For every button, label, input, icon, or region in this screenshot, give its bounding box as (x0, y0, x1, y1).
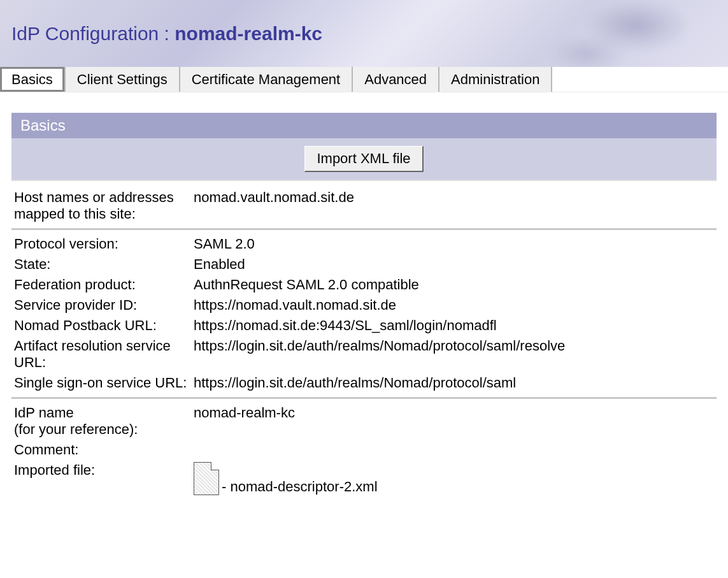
row-federation-product: Federation product: AuthnRequest SAML 2.… (11, 275, 717, 295)
label-state: State: (14, 256, 194, 273)
label-imported-file: Imported file: (14, 462, 194, 495)
page-banner: IdP Configuration : nomad-realm-kc (0, 0, 728, 67)
value-protocol-version: SAML 2.0 (194, 236, 714, 252)
tab-bar: Basics Client Settings Certificate Manag… (0, 67, 728, 92)
value-sso-url: https://login.sit.de/auth/realms/Nomad/p… (194, 375, 714, 391)
value-imported-file: - nomad-descriptor-2.xml (194, 462, 714, 495)
value-postback-url: https://nomad.sit.de:9443/SL_saml/login/… (194, 317, 714, 334)
value-federation-product: AuthnRequest SAML 2.0 compatible (194, 277, 714, 293)
row-sso-url: Single sign-on service URL: https://logi… (11, 373, 717, 393)
label-sso-url: Single sign-on service URL: (14, 375, 194, 391)
label-hostnames: Host names or addresses mapped to this s… (14, 189, 194, 222)
value-state: Enabled (194, 256, 714, 273)
page-title-name: nomad-realm-kc (175, 23, 322, 44)
value-artifact-resolution-url: https://login.sit.de/auth/realms/Nomad/p… (194, 338, 714, 371)
tab-administration[interactable]: Administration (438, 67, 552, 92)
section-header: Basics (11, 113, 717, 138)
import-xml-button[interactable]: Import XML file (304, 146, 423, 172)
row-imported-file: Imported file: - nomad-descriptor-2.xml (11, 460, 717, 497)
row-service-provider-id: Service provider ID: https://nomad.vault… (11, 295, 717, 315)
page-title: IdP Configuration : nomad-realm-kc (11, 23, 322, 45)
label-comment: Comment: (14, 442, 194, 458)
section-title: Basics (20, 117, 66, 134)
row-protocol-version: Protocol version: SAML 2.0 (11, 234, 717, 254)
row-comment: Comment: (11, 440, 717, 460)
tab-basics[interactable]: Basics (0, 67, 64, 92)
imported-file-name: - nomad-descriptor-2.xml (222, 479, 378, 495)
divider (11, 397, 717, 399)
value-service-provider-id: https://nomad.vault.nomad.sit.de (194, 297, 714, 314)
tab-certificate-management[interactable]: Certificate Management (179, 67, 352, 92)
tab-client-settings[interactable]: Client Settings (64, 67, 179, 92)
label-artifact-resolution-url: Artifact resolution service URL: (14, 338, 194, 371)
content-area: Basics Import XML file Host names or add… (0, 92, 728, 510)
label-postback-url: Nomad Postback URL: (14, 317, 194, 334)
row-state: State: Enabled (11, 254, 717, 275)
label-service-provider-id: Service provider ID: (14, 297, 194, 314)
row-artifact-resolution-url: Artifact resolution service URL: https:/… (11, 336, 717, 373)
label-idp-name: IdP name (for your reference): (14, 405, 194, 438)
value-idp-name: nomad-realm-kc (194, 405, 714, 438)
label-protocol-version: Protocol version: (14, 236, 194, 252)
label-federation-product: Federation product: (14, 277, 194, 293)
value-hostnames: nomad.vault.nomad.sit.de (194, 189, 714, 222)
row-postback-url: Nomad Postback URL: https://nomad.sit.de… (11, 315, 717, 336)
row-idp-name: IdP name (for your reference): nomad-rea… (11, 403, 717, 440)
row-hostnames: Host names or addresses mapped to this s… (11, 187, 717, 224)
divider (11, 228, 717, 230)
page-title-prefix: IdP Configuration : (11, 23, 175, 44)
value-comment (194, 442, 714, 458)
file-icon (194, 462, 219, 495)
tab-advanced[interactable]: Advanced (352, 67, 438, 92)
section-toolbar: Import XML file (11, 138, 717, 181)
